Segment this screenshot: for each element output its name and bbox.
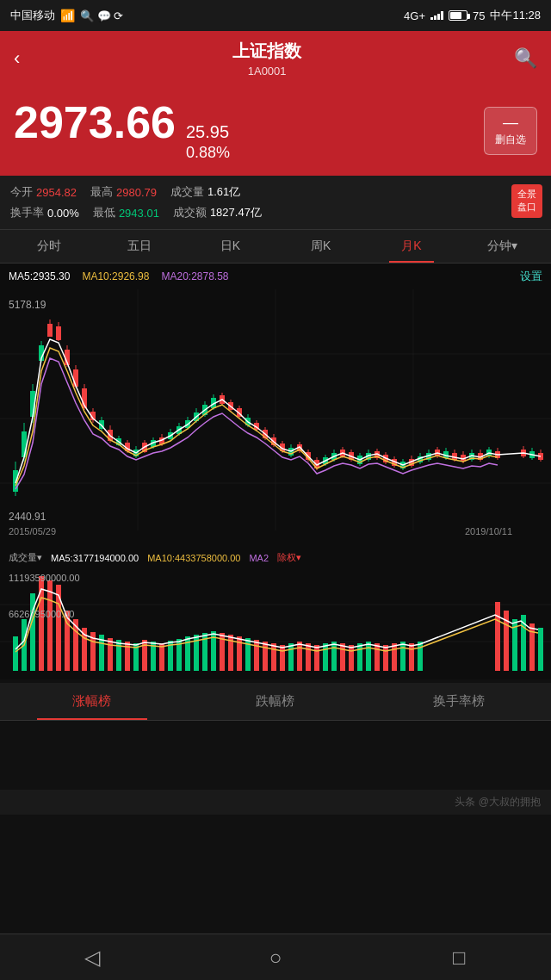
amount-value: 1827.47亿 [210, 205, 262, 220]
nav-back-button[interactable]: ◁ [66, 946, 118, 970]
svg-text:2019/10/11: 2019/10/11 [465, 526, 512, 537]
svg-rect-182 [495, 602, 500, 671]
svg-rect-134 [13, 636, 18, 671]
tab-five-day[interactable]: 五日 [94, 230, 184, 263]
signal-icon: 📶 [60, 9, 75, 22]
footer-brand: 头条 @大叔的拥抱 [0, 790, 551, 815]
tab-daily-k[interactable]: 日K [185, 230, 276, 263]
svg-rect-16 [47, 324, 53, 337]
ma5-label: MA5:2935.30 [9, 270, 70, 282]
panorama-line2: 盘口 [517, 201, 536, 214]
brand-text: 头条 @大叔的拥抱 [455, 796, 541, 808]
battery-fill [450, 12, 462, 19]
back-button[interactable]: ‹ [14, 47, 20, 70]
svg-rect-171 [331, 642, 337, 671]
stat-high: 最高 2980.79 [90, 184, 157, 200]
vol-ma5: MA5:3177194000.00 [51, 553, 139, 563]
svg-rect-180 [409, 643, 414, 671]
svg-rect-146 [116, 640, 121, 671]
title-area: 上证指数 1A0001 [232, 40, 301, 78]
svg-rect-151 [159, 643, 164, 671]
svg-rect-170 [323, 643, 328, 671]
status-right: 4G+ 75 中午11:28 [404, 8, 541, 23]
svg-rect-167 [297, 642, 302, 671]
nav-spacer [0, 721, 551, 790]
status-left: 中国移动 📶 🔍 💬 ⟳ [10, 8, 123, 23]
svg-rect-164 [271, 643, 276, 671]
price-change: 25.95 0.88% [186, 122, 230, 162]
svg-rect-139 [56, 585, 61, 671]
svg-text:5178.19: 5178.19 [9, 299, 46, 311]
svg-rect-10 [22, 431, 27, 457]
panorama-line1: 全景 [517, 188, 536, 201]
vol-exclusion[interactable]: 除权▾ [277, 551, 301, 564]
svg-rect-162 [254, 640, 259, 671]
vol-ma10: MA10:4433758000.00 [147, 553, 240, 563]
svg-text:11193590000.00: 11193590000.00 [9, 573, 80, 583]
battery-indicator [449, 10, 467, 21]
stat-open: 今开 2954.82 [10, 184, 77, 200]
watchlist-label: 删自选 [495, 133, 526, 147]
nav-recent-button[interactable]: □ [433, 946, 485, 970]
battery-label: 75 [473, 9, 485, 22]
low-label: 最低 [93, 205, 115, 220]
network-type: 4G+ [404, 9, 425, 22]
turnover-label: 换手率 [10, 205, 44, 220]
svg-rect-172 [340, 643, 345, 671]
svg-rect-177 [383, 645, 388, 671]
stats-area: 今开 2954.82 最高 2980.79 成交量 1.61亿 换手率 0.00… [0, 176, 551, 230]
nav-bar: ◁ ○ □ [0, 933, 551, 980]
ranking-tabs: 涨幅榜 跌幅榜 换手率榜 [0, 683, 551, 721]
tab-turnover-rank[interactable]: 换手率榜 [368, 683, 551, 720]
svg-rect-18 [56, 326, 61, 340]
ma20-label: MA20:2878.58 [161, 270, 228, 282]
carrier-label: 中国移动 [10, 8, 55, 23]
chart-ma-bar: MA5:2935.30 MA10:2926.98 MA20:2878.58 设置 [0, 264, 551, 289]
extra-icons: 🔍 💬 ⟳ [80, 9, 123, 22]
ma10-label: MA10:2926.98 [82, 270, 149, 282]
svg-rect-175 [366, 642, 371, 671]
stat-volume: 成交量 1.61亿 [170, 184, 240, 200]
search-button[interactable]: 🔍 [514, 47, 537, 70]
volume-chart[interactable]: 11193590000.00 6626795000.00 [0, 568, 551, 679]
stat-turnover: 换手率 0.00% [10, 205, 79, 220]
volume-svg: 11193590000.00 6626795000.00 [0, 568, 551, 679]
stat-low: 最低 2943.01 [93, 205, 159, 220]
stat-amount: 成交额 1827.47亿 [173, 205, 262, 220]
svg-rect-179 [400, 642, 406, 671]
volume-ma-bar: 成交量▾ MA5:3177194000.00 MA10:4433758000.0… [0, 548, 551, 568]
amount-label: 成交额 [173, 205, 207, 220]
chart-tab-bar: 分时 五日 日K 周K 月K 分钟▾ [0, 230, 551, 264]
main-price: 2973.66 [14, 100, 176, 145]
svg-text:2440.91: 2440.91 [9, 511, 46, 523]
watchlist-button[interactable]: — 删自选 [484, 107, 537, 155]
header: ‹ 上证指数 1A0001 🔍 [0, 31, 551, 93]
tab-monthly-k[interactable]: 月K [366, 230, 456, 263]
tab-weekly-k[interactable]: 周K [276, 230, 366, 263]
svg-rect-181 [418, 642, 423, 671]
tab-fen-shi[interactable]: 分时 [3, 230, 94, 263]
stock-code: 1A0001 [232, 65, 301, 78]
tab-fall-rank[interactable]: 跌幅榜 [183, 683, 367, 720]
kline-chart[interactable]: 5178.19 2440.91 2015/05/29 2019/10/11 [0, 289, 551, 548]
svg-rect-169 [314, 645, 319, 671]
time-label: 中午11:28 [490, 8, 541, 23]
svg-rect-161 [245, 638, 251, 671]
change-percent: 0.88% [186, 144, 230, 162]
high-label: 最高 [90, 184, 113, 200]
high-value: 2980.79 [116, 186, 157, 199]
open-label: 今开 [10, 184, 33, 200]
panorama-button[interactable]: 全景 盘口 [511, 184, 542, 218]
kline-svg: 5178.19 2440.91 2015/05/29 2019/10/11 [0, 289, 551, 548]
svg-rect-165 [280, 645, 285, 671]
signal-strength [430, 11, 443, 20]
svg-rect-145 [108, 638, 113, 671]
header-nav: ‹ 上证指数 1A0001 🔍 [14, 40, 537, 78]
tab-rise-rank[interactable]: 涨幅榜 [0, 683, 183, 720]
volume-label[interactable]: 成交量▾ [9, 551, 42, 564]
nav-home-button[interactable]: ○ [250, 946, 301, 970]
chart-settings-button[interactable]: 设置 [520, 269, 542, 284]
svg-text:6626795000.00: 6626795000.00 [9, 609, 74, 619]
turnover-value: 0.00% [47, 207, 79, 220]
tab-minute[interactable]: 分钟▾ [457, 230, 548, 263]
